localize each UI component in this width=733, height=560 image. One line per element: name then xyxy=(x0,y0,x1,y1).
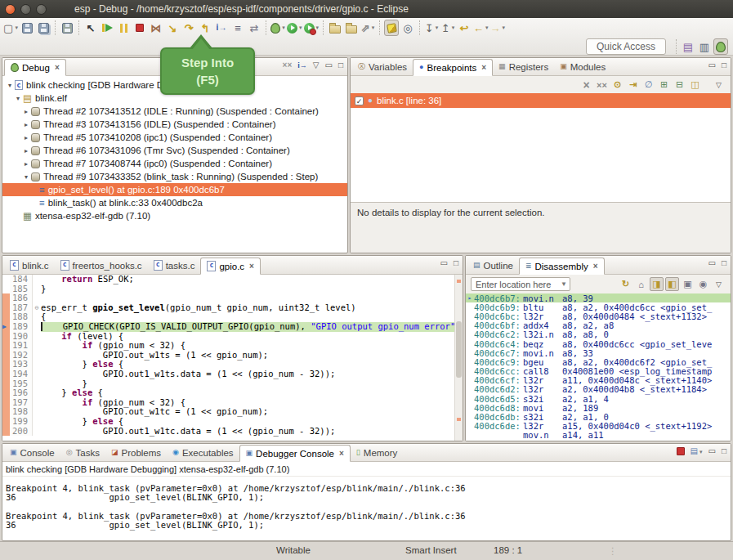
debug-tree-item[interactable]: ▸Thread #5 1073410208 (ipc1) (Suspended … xyxy=(2,131,347,144)
collapse-all-icon[interactable]: ⊟ xyxy=(673,78,686,92)
maximize-icon[interactable]: □ xyxy=(722,447,726,455)
tab-executables[interactable]: ◉Executables xyxy=(167,444,239,461)
minimize-icon[interactable]: ▭ xyxy=(325,61,333,69)
disassembly-row[interactable]: 400dc6db:s32ia2, a1, 0 xyxy=(466,412,731,421)
new-view-icon[interactable]: ▣ xyxy=(681,277,695,291)
maximize-icon[interactable]: □ xyxy=(722,61,726,69)
pointer-icon[interactable]: ↖ xyxy=(83,20,98,36)
debug-tree-item[interactable]: ▦xtensa-esp32-elf-gdb (7.10) xyxy=(2,209,347,222)
disassembly-row[interactable]: 400dc6cf:l32ra11, 0x400d048c <_stext+114… xyxy=(466,376,731,385)
track-expression-icon[interactable]: ◨ xyxy=(650,277,664,291)
save-all-icon[interactable] xyxy=(36,20,51,36)
window-close-button[interactable] xyxy=(5,4,16,15)
open-project-icon[interactable] xyxy=(344,20,359,36)
suspend-icon[interactable] xyxy=(116,20,131,36)
tab-blink-c[interactable]: cblink.c xyxy=(4,257,55,274)
build-icon[interactable] xyxy=(60,20,74,36)
tab-gpio-c[interactable]: cgpio.c× xyxy=(200,258,261,275)
disassembly-row[interactable]: 400dc6d5:s32ia2, a1, 4 xyxy=(466,394,731,403)
code-line[interactable]: 200 GPIO.out1_w1tc.data = (1 << (gpio_nu… xyxy=(2,427,463,437)
last-edit-location-icon[interactable]: ↩ xyxy=(457,20,472,36)
debug-tree-item[interactable]: ▸Thread #6 1073431096 (Tmr Svc) (Suspend… xyxy=(2,144,347,157)
disassembly-row[interactable]: ▸400dc6b7:movi.na8, 39 xyxy=(466,293,731,302)
debug-tree-item[interactable]: ▸Thread #3 1073413156 (IDLE) (Suspended … xyxy=(2,118,347,131)
run-icon[interactable]: ▾ xyxy=(287,20,302,36)
save-icon[interactable] xyxy=(20,20,34,36)
step-over-icon[interactable]: ↷ xyxy=(181,20,196,36)
disconnect-icon[interactable]: ⋈ xyxy=(149,20,163,36)
terminate-icon[interactable] xyxy=(677,447,685,455)
step-filters-icon[interactable]: ≡ xyxy=(230,20,245,36)
tab-problems[interactable]: ◪Problems xyxy=(105,444,167,461)
profile-icon[interactable]: ▾ xyxy=(304,20,320,36)
prev-annotation-icon[interactable]: ↥▾ xyxy=(440,20,455,36)
forward-icon[interactable]: →▾ xyxy=(490,20,506,36)
close-icon[interactable]: × xyxy=(481,63,486,72)
debug-tree-item[interactable]: ▸Thread #2 1073413512 (IDLE : Running) (… xyxy=(2,105,347,118)
chevron-down-icon[interactable]: ▼ xyxy=(561,280,567,288)
resume-icon[interactable] xyxy=(100,20,114,36)
next-annotation-icon[interactable]: ↧▾ xyxy=(424,20,439,36)
tab-freertos-hooks-c[interactable]: cfreertos_hooks.c xyxy=(55,257,148,274)
maximize-icon[interactable]: □ xyxy=(338,61,343,69)
code-line[interactable]: 185} xyxy=(2,284,463,294)
code-line[interactable]: 187⊖esp_err_t gpio_set_level(gpio_num_t … xyxy=(2,303,463,313)
window-maximize-button[interactable] xyxy=(36,4,47,15)
refresh-icon[interactable]: ↻ xyxy=(619,277,632,291)
code-line[interactable]: 184 return ESP_OK; xyxy=(2,275,463,284)
breakpoint-checkbox[interactable]: ✓ xyxy=(355,96,364,105)
quick-access-button[interactable]: Quick Access xyxy=(586,38,666,55)
tab-debugger-console[interactable]: ▣Debugger Console× xyxy=(239,445,351,462)
debug-tree-item[interactable]: ≡gpio_set_level() at gpio.c:189 0x400dc6… xyxy=(2,183,347,196)
tab-memory[interactable]: ▯Memory xyxy=(351,444,403,461)
annotations-icon[interactable]: ◎ xyxy=(400,20,415,36)
sync-selection-icon[interactable]: ◧ xyxy=(665,277,679,291)
new-wizard-icon[interactable]: ▢▾ xyxy=(3,20,18,36)
disassembly-row[interactable]: 400dc6c9:bgeua8, a2, 0x400dc6f2 <gpio_se… xyxy=(466,357,731,366)
close-icon[interactable]: × xyxy=(249,262,254,271)
code-editor[interactable]: 184 return ESP_OK;185}186187⊖esp_err_t g… xyxy=(2,275,463,441)
tab-debug[interactable]: Debug × xyxy=(4,59,66,76)
disassembly-content[interactable]: ▸400dc6b7:movi.na8, 39400dc6b9:bltua8, a… xyxy=(466,293,731,441)
step-mode-icon[interactable]: ⇄ xyxy=(247,20,261,36)
pin-view-icon[interactable]: ◉ xyxy=(696,277,710,291)
console-output[interactable]: Breakpoint 4, blink_task (pvParameter=0x… xyxy=(2,477,731,529)
close-icon[interactable]: × xyxy=(593,262,598,271)
tab-modules[interactable]: ▣Modules xyxy=(554,58,611,75)
debug-tree-item[interactable]: ▾Thread #9 1073433352 (blink_task : Runn… xyxy=(2,170,347,183)
disassembly-row[interactable]: 400dc6c2:l32i.na8, a8, 0 xyxy=(466,330,731,339)
launch-icon[interactable]: ⇗▾ xyxy=(360,20,375,36)
debug-tree-item[interactable]: ≡blink_task() at blink.c:33 0x400dbc2a xyxy=(2,196,347,209)
minimize-icon[interactable]: ▭ xyxy=(440,259,448,267)
remove-breakpoint-icon[interactable]: × xyxy=(579,78,593,92)
open-perspective-icon[interactable]: ▤ xyxy=(681,38,695,55)
tab-disassembly[interactable]: ≣Disassembly× xyxy=(519,258,605,275)
minimize-icon[interactable]: ▭ xyxy=(708,447,716,455)
disassembly-row[interactable]: 400dc6c7:movi.na8, 33 xyxy=(466,348,731,357)
maximize-icon[interactable]: □ xyxy=(722,259,726,267)
tab-tasks[interactable]: ◎Tasks xyxy=(60,444,105,461)
debug-tree-item[interactable]: ▸Thread #7 1073408744 (ipc0) (Suspended … xyxy=(2,157,347,170)
go-to-file-icon[interactable]: ⇥ xyxy=(626,78,640,92)
view-menu-icon[interactable]: ▽ xyxy=(712,277,726,291)
view-menu-icon[interactable]: ▽ xyxy=(313,61,320,69)
skip-all-breakpoints-icon[interactable]: ∅ xyxy=(641,78,655,92)
tab-tasks-c[interactable]: ctasks.c xyxy=(148,257,201,274)
disassembly-row[interactable]: 400dc6bf:addx4a8, a2, a8 xyxy=(466,321,731,330)
view-menu-icon[interactable]: ▽ xyxy=(712,78,726,92)
disassembly-row[interactable]: 400dc6d2:l32ra2, 0x400d04b8 <_stext+1184… xyxy=(466,385,731,394)
tab-breakpoints[interactable]: ●Breakpoints× xyxy=(413,59,493,76)
tab-registers[interactable]: ▦Registers xyxy=(493,58,554,75)
disassembly-row[interactable]: 400dc6c4:beqza8, 0x400dc6cc <gpio_set_le… xyxy=(466,339,731,348)
step-return-icon[interactable]: ↰ xyxy=(198,20,212,36)
close-icon[interactable]: × xyxy=(339,449,344,458)
debug-perspective-icon[interactable] xyxy=(713,38,728,55)
disassembly-row[interactable]: 400dc6d8:movia2, 189 xyxy=(466,403,731,412)
editor-scrollbar[interactable] xyxy=(454,275,463,441)
disassembly-row[interactable]: mov.na14, a11 xyxy=(466,431,731,440)
back-icon[interactable]: ←▾ xyxy=(473,20,489,36)
new-c-project-icon[interactable] xyxy=(328,20,342,36)
window-minimize-button[interactable] xyxy=(20,4,31,15)
tab-console[interactable]: ▣Console xyxy=(4,444,60,461)
breakpoint-row[interactable]: ✓ ● blink.c [line: 36] xyxy=(351,93,731,108)
